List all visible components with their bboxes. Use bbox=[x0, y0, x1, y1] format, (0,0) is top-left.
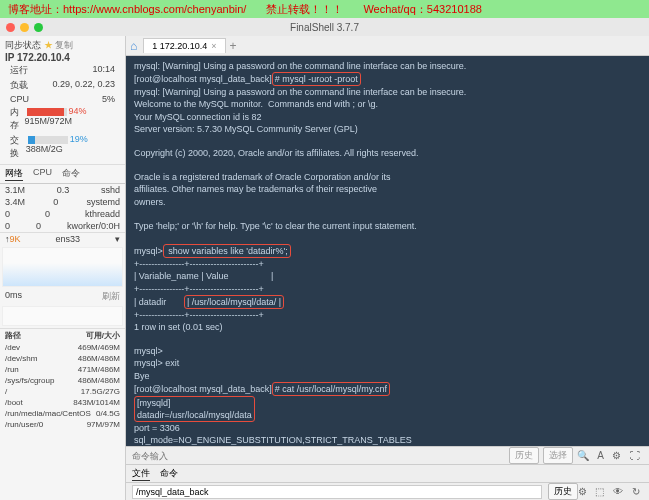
process-row: 00kworker/0:0H bbox=[0, 220, 125, 232]
sidebar: 同步状态 ★ 复制 IP 172.20.10.4 运行10:14 负载0.29,… bbox=[0, 36, 126, 500]
connection-tab[interactable]: 1 172.20.10.4× bbox=[143, 38, 225, 53]
close-icon[interactable] bbox=[6, 23, 15, 32]
chevron-down-icon[interactable]: ▾ bbox=[115, 234, 120, 244]
path-input[interactable] bbox=[132, 485, 542, 499]
tab-cpu[interactable]: CPU bbox=[33, 167, 52, 181]
process-row: 00kthreadd bbox=[0, 208, 125, 220]
history-button[interactable]: 历史 bbox=[509, 447, 539, 464]
process-row: 3.4M0systemd bbox=[0, 196, 125, 208]
tab-cmd[interactable]: 命令 bbox=[62, 167, 80, 181]
path-toolbar-icons[interactable]: ⚙ ⬚ 👁 ↻ bbox=[578, 486, 643, 497]
path-history-button[interactable]: 历史 bbox=[548, 483, 578, 500]
disk-row: /17.5G/27G bbox=[0, 386, 125, 397]
minimize-icon[interactable] bbox=[20, 23, 29, 32]
add-tab-icon[interactable]: + bbox=[230, 39, 237, 53]
blog-link[interactable]: https://www.cnblogs.com/chenyanbin/ bbox=[63, 3, 246, 15]
disk-row: /dev/shm486M/486M bbox=[0, 353, 125, 364]
home-icon[interactable]: ⌂ bbox=[130, 39, 137, 53]
copy-button[interactable]: 复制 bbox=[55, 40, 73, 50]
tab-network[interactable]: 网络 bbox=[5, 167, 23, 181]
ip-address: IP 172.20.10.4 bbox=[5, 52, 120, 63]
process-row: 3.1M0.3sshd bbox=[0, 184, 125, 196]
tab-files[interactable]: 文件 bbox=[132, 467, 150, 481]
maximize-icon[interactable] bbox=[34, 23, 43, 32]
refresh-button[interactable]: 刷新 bbox=[102, 290, 120, 303]
latency-chart bbox=[2, 306, 123, 326]
disk-row: /dev469M/469M bbox=[0, 342, 125, 353]
banner: 博客地址：https://www.cnblogs.com/chenyanbin/… bbox=[0, 0, 649, 18]
close-tab-icon[interactable]: × bbox=[211, 41, 216, 51]
select-button[interactable]: 选择 bbox=[543, 447, 573, 464]
command-input[interactable] bbox=[132, 451, 509, 461]
disk-row: /run/media/mac/CentOS0/4.5G bbox=[0, 408, 125, 419]
connection-tabs: ⌂ 1 172.20.10.4× + bbox=[126, 36, 649, 56]
disk-row: /boot843M/1014M bbox=[0, 397, 125, 408]
sidebar-tabs: 网络 CPU 命令 bbox=[0, 165, 125, 184]
disk-row: /sys/fs/cgroup486M/486M bbox=[0, 375, 125, 386]
network-chart bbox=[2, 247, 123, 287]
disk-row: /run471M/486M bbox=[0, 364, 125, 375]
file-tabs: 文件 命令 bbox=[126, 464, 649, 482]
disk-row: /run/user/097M/97M bbox=[0, 419, 125, 430]
command-prompt: 历史 选择 🔍 A ⚙ ⛶ bbox=[126, 446, 649, 464]
window-title: FinalShell 3.7.7 bbox=[290, 22, 359, 33]
window-titlebar: FinalShell 3.7.7 bbox=[0, 18, 649, 36]
interface-label: ens33 bbox=[55, 234, 80, 244]
path-bar: 历史 ⚙ ⬚ 👁 ↻ bbox=[126, 482, 649, 500]
terminal[interactable]: mysql: [Warning] Using a password on the… bbox=[126, 56, 649, 446]
tab-commands[interactable]: 命令 bbox=[160, 467, 178, 480]
toolbar-icons[interactable]: 🔍 A ⚙ ⛶ bbox=[577, 450, 643, 461]
